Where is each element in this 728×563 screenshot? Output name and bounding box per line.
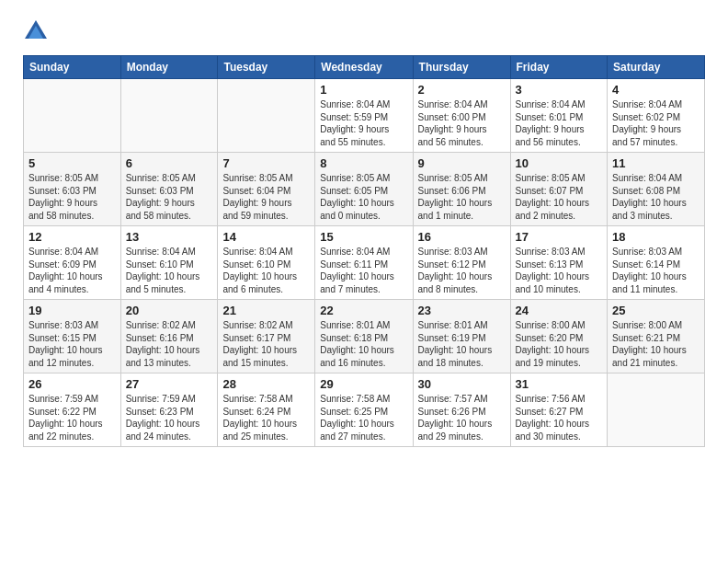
calendar-week-5: 26Sunrise: 7:59 AM Sunset: 6:22 PM Dayli… [24, 373, 705, 447]
day-number: 26 [28, 377, 116, 391]
calendar-cell: 25Sunrise: 8:00 AM Sunset: 6:21 PM Dayli… [608, 300, 705, 373]
day-info: Sunrise: 8:05 AM Sunset: 6:06 PM Dayligh… [418, 172, 506, 222]
calendar-cell: 19Sunrise: 8:03 AM Sunset: 6:15 PM Dayli… [24, 300, 121, 373]
day-number: 5 [28, 156, 116, 170]
day-number: 18 [612, 230, 700, 244]
day-number: 27 [126, 377, 213, 391]
day-number: 13 [126, 230, 213, 244]
calendar-week-4: 19Sunrise: 8:03 AM Sunset: 6:15 PM Dayli… [24, 300, 705, 373]
day-info: Sunrise: 8:01 AM Sunset: 6:19 PM Dayligh… [418, 319, 506, 369]
calendar-cell: 18Sunrise: 8:03 AM Sunset: 6:14 PM Dayli… [608, 226, 705, 300]
day-info: Sunrise: 8:01 AM Sunset: 6:18 PM Dayligh… [320, 319, 407, 369]
calendar-cell: 29Sunrise: 7:58 AM Sunset: 6:25 PM Dayli… [315, 373, 413, 447]
calendar-cell: 15Sunrise: 8:04 AM Sunset: 6:11 PM Dayli… [315, 226, 413, 300]
calendar-cell: 13Sunrise: 8:04 AM Sunset: 6:10 PM Dayli… [120, 226, 218, 300]
day-number: 20 [126, 304, 213, 317]
day-number: 24 [516, 304, 603, 317]
calendar-cell: 28Sunrise: 7:58 AM Sunset: 6:24 PM Dayli… [218, 373, 315, 447]
calendar-week-3: 12Sunrise: 8:04 AM Sunset: 6:09 PM Dayli… [24, 226, 705, 300]
day-info: Sunrise: 8:04 AM Sunset: 5:59 PM Dayligh… [320, 98, 407, 148]
day-info: Sunrise: 8:03 AM Sunset: 6:15 PM Dayligh… [28, 319, 116, 369]
calendar-cell: 27Sunrise: 7:59 AM Sunset: 6:23 PM Dayli… [120, 373, 218, 447]
day-info: Sunrise: 8:04 AM Sunset: 6:09 PM Dayligh… [28, 246, 116, 295]
day-number: 8 [320, 156, 407, 170]
logo-icon [23, 18, 49, 44]
day-header-thursday: Thursday [413, 56, 510, 79]
day-number: 30 [418, 377, 506, 391]
day-info: Sunrise: 8:04 AM Sunset: 6:01 PM Dayligh… [516, 98, 603, 148]
calendar-cell: 8Sunrise: 8:05 AM Sunset: 6:05 PM Daylig… [315, 153, 413, 226]
calendar-cell: 10Sunrise: 8:05 AM Sunset: 6:07 PM Dayli… [510, 153, 608, 226]
day-header-sunday: Sunday [24, 56, 121, 79]
calendar-cell: 9Sunrise: 8:05 AM Sunset: 6:06 PM Daylig… [413, 153, 510, 226]
calendar-cell: 5Sunrise: 8:05 AM Sunset: 6:03 PM Daylig… [24, 153, 121, 226]
day-header-friday: Friday [510, 56, 608, 79]
day-number: 12 [28, 230, 116, 244]
calendar-body: 1Sunrise: 8:04 AM Sunset: 5:59 PM Daylig… [24, 79, 705, 447]
day-header-monday: Monday [120, 56, 218, 79]
calendar-cell: 26Sunrise: 7:59 AM Sunset: 6:22 PM Dayli… [24, 373, 121, 447]
day-number: 17 [516, 230, 603, 244]
day-number: 21 [222, 304, 310, 317]
calendar-cell: 7Sunrise: 8:05 AM Sunset: 6:04 PM Daylig… [218, 153, 315, 226]
calendar-cell: 16Sunrise: 8:03 AM Sunset: 6:12 PM Dayli… [413, 226, 510, 300]
day-info: Sunrise: 8:04 AM Sunset: 6:08 PM Dayligh… [612, 172, 700, 222]
day-number: 25 [612, 304, 700, 317]
calendar-cell [24, 79, 121, 153]
calendar-cell: 12Sunrise: 8:04 AM Sunset: 6:09 PM Dayli… [24, 226, 121, 300]
day-info: Sunrise: 8:04 AM Sunset: 6:10 PM Dayligh… [222, 246, 310, 295]
day-number: 28 [222, 377, 310, 391]
day-info: Sunrise: 8:05 AM Sunset: 6:04 PM Dayligh… [222, 172, 310, 222]
calendar-cell: 30Sunrise: 7:57 AM Sunset: 6:26 PM Dayli… [413, 373, 510, 447]
day-info: Sunrise: 7:56 AM Sunset: 6:27 PM Dayligh… [516, 393, 603, 442]
day-info: Sunrise: 8:02 AM Sunset: 6:17 PM Dayligh… [222, 319, 310, 369]
calendar-cell: 2Sunrise: 8:04 AM Sunset: 6:00 PM Daylig… [413, 79, 510, 153]
day-number: 23 [418, 304, 506, 317]
day-header-tuesday: Tuesday [218, 56, 315, 79]
day-number: 10 [516, 156, 603, 170]
calendar-cell: 20Sunrise: 8:02 AM Sunset: 6:16 PM Dayli… [120, 300, 218, 373]
calendar-week-2: 5Sunrise: 8:05 AM Sunset: 6:03 PM Daylig… [24, 153, 705, 226]
day-number: 2 [418, 83, 506, 97]
day-info: Sunrise: 8:03 AM Sunset: 6:14 PM Dayligh… [612, 246, 700, 295]
day-info: Sunrise: 8:02 AM Sunset: 6:16 PM Dayligh… [126, 319, 213, 369]
calendar-cell: 6Sunrise: 8:05 AM Sunset: 6:03 PM Daylig… [120, 153, 218, 226]
day-info: Sunrise: 8:05 AM Sunset: 6:03 PM Dayligh… [28, 172, 116, 222]
day-info: Sunrise: 8:03 AM Sunset: 6:12 PM Dayligh… [418, 246, 506, 295]
day-header-saturday: Saturday [608, 56, 705, 79]
day-info: Sunrise: 7:59 AM Sunset: 6:22 PM Dayligh… [28, 393, 116, 442]
day-number: 9 [418, 156, 506, 170]
day-number: 15 [320, 230, 407, 244]
page: SundayMondayTuesdayWednesdayThursdayFrid… [0, 0, 728, 461]
day-number: 4 [612, 83, 700, 97]
day-info: Sunrise: 8:05 AM Sunset: 6:05 PM Dayligh… [320, 172, 407, 222]
calendar-cell: 23Sunrise: 8:01 AM Sunset: 6:19 PM Dayli… [413, 300, 510, 373]
day-info: Sunrise: 8:00 AM Sunset: 6:20 PM Dayligh… [516, 319, 603, 369]
day-info: Sunrise: 8:04 AM Sunset: 6:02 PM Dayligh… [612, 98, 700, 148]
calendar-table: SundayMondayTuesdayWednesdayThursdayFrid… [23, 55, 705, 447]
day-info: Sunrise: 7:59 AM Sunset: 6:23 PM Dayligh… [126, 393, 213, 442]
calendar-cell [120, 79, 218, 153]
day-number: 7 [222, 156, 310, 170]
logo [23, 18, 52, 44]
day-info: Sunrise: 8:00 AM Sunset: 6:21 PM Dayligh… [612, 319, 700, 369]
calendar-cell: 4Sunrise: 8:04 AM Sunset: 6:02 PM Daylig… [608, 79, 705, 153]
calendar-cell: 21Sunrise: 8:02 AM Sunset: 6:17 PM Dayli… [218, 300, 315, 373]
header [23, 18, 705, 44]
calendar-cell: 1Sunrise: 8:04 AM Sunset: 5:59 PM Daylig… [315, 79, 413, 153]
day-info: Sunrise: 8:05 AM Sunset: 6:07 PM Dayligh… [516, 172, 603, 222]
calendar-header-row: SundayMondayTuesdayWednesdayThursdayFrid… [24, 56, 705, 79]
calendar-cell: 11Sunrise: 8:04 AM Sunset: 6:08 PM Dayli… [608, 153, 705, 226]
day-info: Sunrise: 7:57 AM Sunset: 6:26 PM Dayligh… [418, 393, 506, 442]
calendar-cell: 3Sunrise: 8:04 AM Sunset: 6:01 PM Daylig… [510, 79, 608, 153]
day-info: Sunrise: 8:04 AM Sunset: 6:11 PM Dayligh… [320, 246, 407, 295]
calendar-cell: 22Sunrise: 8:01 AM Sunset: 6:18 PM Dayli… [315, 300, 413, 373]
calendar-week-1: 1Sunrise: 8:04 AM Sunset: 5:59 PM Daylig… [24, 79, 705, 153]
day-number: 3 [516, 83, 603, 97]
day-number: 31 [516, 377, 603, 391]
day-info: Sunrise: 7:58 AM Sunset: 6:24 PM Dayligh… [222, 393, 310, 442]
day-number: 29 [320, 377, 407, 391]
day-number: 14 [222, 230, 310, 244]
day-number: 1 [320, 83, 407, 97]
day-info: Sunrise: 8:03 AM Sunset: 6:13 PM Dayligh… [516, 246, 603, 295]
